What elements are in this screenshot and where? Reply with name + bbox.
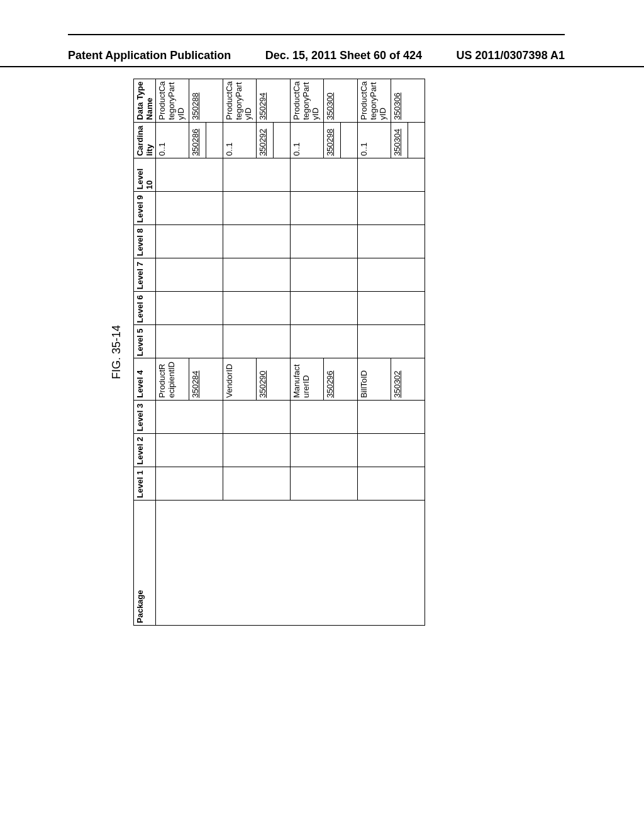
l4-name: ProductRecipientID bbox=[156, 358, 189, 400]
dtype-num: 350294 bbox=[258, 92, 267, 119]
card-num: 350298 bbox=[325, 129, 335, 156]
header-center: Dec. 15, 2011 Sheet 60 of 424 bbox=[265, 49, 422, 62]
figure-rotated: FIG. 35-14 Package Level 1 Level 2 Level… bbox=[110, 145, 525, 560]
col-l5: Level 5 bbox=[134, 325, 156, 358]
cardinality: 0..1 bbox=[291, 122, 324, 158]
col-cardinality: Cardinality bbox=[134, 122, 156, 158]
l4-name: VendorID bbox=[223, 358, 257, 400]
dtype-num: 350300 bbox=[325, 92, 335, 119]
patent-page: Patent Application Publication Dec. 15, … bbox=[0, 0, 644, 830]
l4-num: 350284 bbox=[191, 370, 200, 397]
cardinality: 0..1 bbox=[156, 122, 189, 158]
col-l9: Level 9 bbox=[134, 192, 156, 225]
header-left: Patent Application Publication bbox=[68, 49, 231, 62]
col-l4: Level 4 bbox=[134, 358, 156, 400]
datatype: ProductCategoryPartyID bbox=[358, 79, 391, 123]
table-row: ProductRecipientID 0..1 ProductCategoryP… bbox=[156, 79, 189, 626]
l4-num: 350302 bbox=[392, 370, 402, 397]
l4-num: 350290 bbox=[258, 370, 267, 397]
datatype: ProductCategoryPartyID bbox=[291, 79, 324, 123]
datatype: ProductCategoryPartyID bbox=[223, 79, 257, 123]
package-cell bbox=[156, 501, 425, 626]
card-num: 350286 bbox=[191, 129, 200, 156]
col-l1: Level 1 bbox=[134, 467, 156, 500]
page-header: Patent Application Publication Dec. 15, … bbox=[0, 49, 644, 67]
card-num: 350292 bbox=[258, 129, 267, 156]
header-row: Package Level 1 Level 2 Level 3 Level 4 … bbox=[134, 79, 156, 626]
col-l2: Level 2 bbox=[134, 433, 156, 467]
l4-name: ManufacturerID bbox=[291, 358, 324, 400]
dtype-num: 350306 bbox=[392, 92, 402, 119]
col-l8: Level 8 bbox=[134, 225, 156, 258]
header-right: US 2011/0307398 A1 bbox=[457, 49, 565, 62]
cardinality: 0..1 bbox=[223, 122, 257, 158]
dtype-num: 350288 bbox=[191, 92, 200, 119]
col-l10: Level 10 bbox=[134, 158, 156, 192]
col-l6: Level 6 bbox=[134, 292, 156, 325]
datatype: ProductCategoryPartyID bbox=[156, 79, 189, 123]
col-l3: Level 3 bbox=[134, 400, 156, 433]
col-l7: Level 7 bbox=[134, 258, 156, 292]
l4-name: BillToID bbox=[358, 358, 391, 400]
header-rule bbox=[68, 34, 565, 35]
col-datatype: Data Type Name bbox=[134, 79, 156, 123]
col-package: Package bbox=[134, 501, 156, 626]
card-num: 350304 bbox=[392, 129, 402, 156]
l4-num: 350296 bbox=[325, 370, 335, 397]
cardinality: 0..1 bbox=[358, 122, 391, 158]
figure-label: FIG. 35-14 bbox=[110, 79, 123, 626]
schema-table: Package Level 1 Level 2 Level 3 Level 4 … bbox=[133, 79, 425, 626]
